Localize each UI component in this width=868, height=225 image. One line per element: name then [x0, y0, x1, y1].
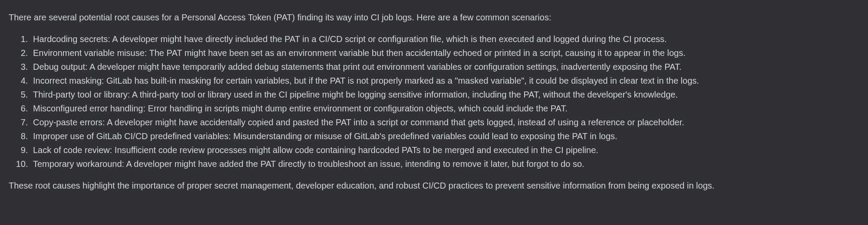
list-item: Incorrect masking: GitLab has built-in m… [30, 74, 859, 88]
list-item: Third-party tool or library: A third-par… [30, 88, 859, 101]
list-item: Misconfigured error handling: Error hand… [30, 101, 859, 115]
list-item: Copy-paste errors: A developer might hav… [30, 115, 859, 129]
list-item: Hardcoding secrets: A developer might ha… [30, 32, 859, 46]
list-item: Environment variable misuse: The PAT mig… [30, 46, 859, 60]
closing-paragraph: These root causes highlight the importan… [9, 179, 859, 192]
list-item: Debug output: A developer might have tem… [30, 60, 859, 74]
list-item: Temporary workaround: A developer might … [30, 157, 859, 171]
list-item: Lack of code review: Insufficient code r… [30, 143, 859, 157]
root-causes-list: Hardcoding secrets: A developer might ha… [9, 32, 859, 171]
list-item: Improper use of GitLab CI/CD predefined … [30, 129, 859, 143]
intro-paragraph: There are several potential root causes … [9, 10, 859, 24]
